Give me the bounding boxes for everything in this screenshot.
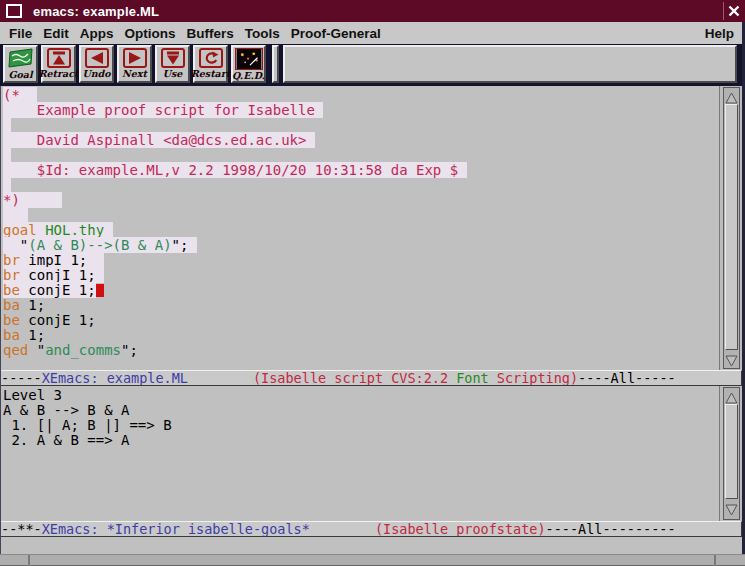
- menu-options[interactable]: Options: [124, 26, 177, 41]
- code-line: [3, 208, 719, 223]
- goal-button[interactable]: Goal: [3, 45, 38, 83]
- goals-scrollbar[interactable]: [719, 386, 742, 521]
- next-right-arrow-icon: [123, 48, 147, 68]
- code-segment: HOL.thy: [45, 222, 104, 238]
- proof-general-logo-icon: [8, 48, 34, 69]
- code-segment: ": [3, 237, 28, 253]
- scrollbar-thumb[interactable]: [725, 104, 738, 350]
- window-title: emacs: example.ML: [33, 4, 159, 19]
- code-segment: (*: [3, 87, 37, 103]
- qed-fireworks-icon: [235, 48, 263, 70]
- processed-region-highlight: [3, 207, 28, 223]
- modeline-segment: XEmacs: *Inferior isabelle-goals*: [42, 521, 310, 537]
- processed-region-highlight: Example proof script for Isabelle: [3, 102, 323, 118]
- menu-apps[interactable]: Apps: [79, 26, 115, 41]
- processed-region-highlight: [3, 177, 11, 193]
- code-segment: br: [3, 252, 20, 268]
- toolbar-filler: [283, 45, 737, 83]
- code-segment: (A & B)-->(B & A): [28, 237, 171, 253]
- scrollbar-down-arrow[interactable]: [725, 353, 738, 365]
- menu-buffers[interactable]: Buffers: [186, 26, 235, 41]
- processed-region-highlight: br impI 1;: [3, 252, 104, 268]
- scrollbar-up-arrow[interactable]: [725, 90, 738, 102]
- code-line: *): [3, 193, 719, 208]
- menu-file[interactable]: File: [8, 26, 33, 41]
- code-line: br impI 1;: [3, 253, 719, 268]
- xemacs-window: emacs: example.ML File Edit Apps Options…: [0, 0, 745, 566]
- code-segment: [3, 147, 11, 163]
- code-line: be conjE 1;: [3, 313, 719, 328]
- menu-help[interactable]: Help: [704, 26, 735, 41]
- goals-buffer[interactable]: Level 3A & B --> B & A 1. [| A; B |] ==>…: [0, 386, 719, 521]
- qed-button-label-sibling: Restart: [191, 69, 230, 79]
- processed-region-highlight: (*: [3, 87, 37, 103]
- processed-region-highlight: goal HOL.thy: [3, 222, 113, 238]
- goals-line: 1. [| A; B |] ==> B: [3, 418, 719, 433]
- code-segment: ";: [172, 237, 197, 253]
- close-icon: [728, 5, 740, 17]
- next-button-label: Next: [122, 69, 147, 79]
- qed-button[interactable]: Q.E.D.: [231, 45, 266, 83]
- code-segment: ba: [3, 297, 20, 313]
- code-segment: [3, 177, 11, 193]
- scrollbar-thumb[interactable]: [725, 404, 738, 499]
- code-segment: goal: [3, 222, 37, 238]
- undo-button[interactable]: Undo: [79, 45, 114, 83]
- frame-corner-handle-divider: [28, 555, 30, 566]
- modeline-segment: -----: [1, 370, 42, 386]
- goals-line: A & B --> B & A: [3, 403, 719, 418]
- processed-region-highlight: "(A & B)-->(B & A)";: [3, 237, 197, 253]
- menu-tools[interactable]: Tools: [244, 26, 281, 41]
- restart-button[interactable]: Restart: [193, 45, 228, 83]
- code-line: Example proof script for Isabelle: [3, 103, 719, 118]
- modeline-segment: [188, 370, 253, 386]
- frame-bottom-border[interactable]: [0, 554, 745, 566]
- menu-edit[interactable]: Edit: [42, 26, 70, 41]
- code-segment: 1;: [20, 327, 45, 343]
- undo-button-label: Undo: [82, 69, 110, 79]
- code-segment: 1;: [20, 297, 45, 313]
- next-button[interactable]: Next: [117, 45, 152, 83]
- code-segment: [104, 222, 112, 238]
- text-cursor: [96, 284, 104, 297]
- frame-corner-handle-divider: [714, 555, 716, 566]
- scrollbar-trough[interactable]: [723, 387, 740, 520]
- modeline-segment: [310, 521, 375, 537]
- code-line: goal HOL.thy: [3, 223, 719, 238]
- retract-button-label: Retract: [39, 69, 79, 79]
- code-line: ba 1;: [3, 328, 719, 343]
- processed-region-highlight: $Id: example.ML,v 2.2 1998/10/20 10:31:5…: [3, 162, 467, 178]
- window-menu-icon[interactable]: [6, 4, 22, 18]
- script-scrollbar[interactable]: [719, 86, 742, 370]
- use-down-arrow-icon: [161, 48, 185, 68]
- scrollbar-trough[interactable]: [723, 87, 740, 369]
- goal-button-label: Goal: [8, 70, 32, 80]
- modeline-segment: (Isabelle proofstate): [375, 521, 546, 537]
- code-segment: be: [3, 282, 20, 298]
- script-buffer[interactable]: (* Example proof script for Isabelle Dav…: [0, 86, 719, 370]
- menu-proof-general[interactable]: Proof-General: [290, 26, 382, 41]
- retract-button[interactable]: Retract: [41, 45, 76, 83]
- code-line: (*: [3, 88, 719, 103]
- code-line: ba 1;: [3, 298, 719, 313]
- code-segment: conjI 1;: [20, 267, 104, 283]
- code-segment: br: [3, 267, 20, 283]
- code-segment: [3, 207, 28, 223]
- toolbar: Goal Retract Undo: [0, 44, 745, 86]
- scrollbar-up-arrow[interactable]: [725, 390, 738, 402]
- scrollbar-down-arrow[interactable]: [725, 502, 738, 514]
- goals-line: 2. A & B ==> A: [3, 433, 719, 448]
- retract-up-arrow-icon: [47, 48, 71, 68]
- close-button[interactable]: [726, 3, 742, 19]
- code-line: "(A & B)-->(B & A)";: [3, 238, 719, 253]
- code-segment: [3, 117, 11, 133]
- code-segment: be: [3, 312, 20, 328]
- qed-button-label: Q.E.D.: [232, 71, 265, 81]
- minibuffer-echo-area[interactable]: [0, 537, 742, 554]
- use-button[interactable]: Use: [155, 45, 190, 83]
- processed-region-highlight: [3, 147, 11, 163]
- code-segment: and_comms: [45, 342, 121, 358]
- processed-region-highlight: [3, 117, 11, 133]
- titlebar[interactable]: emacs: example.ML: [0, 0, 745, 22]
- code-segment: $Id: example.ML,v 2.2 1998/10/20 10:31:5…: [3, 162, 467, 178]
